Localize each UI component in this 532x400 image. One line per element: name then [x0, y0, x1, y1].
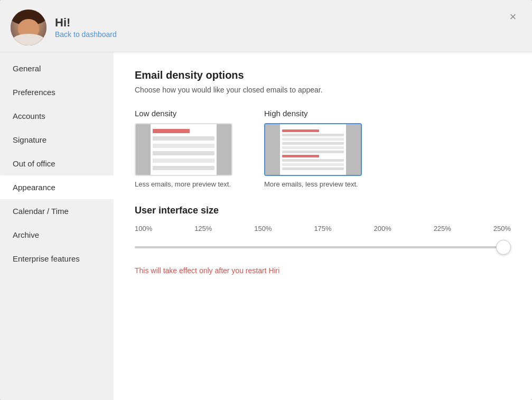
preview-row	[153, 159, 214, 163]
density-options: Low density Less emails, m	[135, 109, 511, 188]
high-density-option: High density	[264, 109, 362, 188]
modal-header: Hi! Back to dashboard ×	[0, 0, 532, 52]
slider-label-125%: 125%	[194, 225, 212, 232]
preview-row	[282, 146, 344, 149]
header-text: Hi! Back to dashboard	[55, 16, 117, 39]
sidebar-item-out-of-office[interactable]: Out of office	[0, 152, 114, 175]
preview-row	[282, 142, 344, 145]
slider-label-150%: 150%	[254, 225, 272, 232]
low-density-caption: Less emails, more preview text.	[135, 180, 231, 188]
greeting: Hi!	[55, 16, 117, 30]
preview-row	[153, 129, 190, 133]
sidebar-item-enterprise[interactable]: Enterprise features	[0, 247, 114, 271]
section-title: Email density options	[135, 69, 511, 81]
slider-track[interactable]	[135, 246, 511, 248]
low-density-preview[interactable]	[135, 123, 232, 176]
sidebar-item-accounts[interactable]: Accounts	[0, 104, 114, 128]
sidebar-item-archive[interactable]: Archive	[0, 223, 114, 247]
preview-row	[282, 168, 344, 170]
slider-thumb[interactable]	[496, 240, 511, 255]
preview-row	[282, 155, 319, 157]
slider-label-100%: 100%	[135, 225, 152, 232]
preview-center-low	[151, 124, 217, 175]
preview-row	[153, 166, 214, 170]
low-density-label: Low density	[135, 109, 176, 118]
preview-left-bar	[265, 124, 280, 175]
ui-size-section: User interface size 100%125%150%175%200%…	[135, 205, 511, 275]
avatar	[11, 10, 46, 45]
high-density-preview[interactable]	[264, 123, 362, 176]
sidebar-item-signature[interactable]: Signature	[0, 128, 114, 152]
preview-row	[153, 144, 214, 148]
close-button[interactable]: ×	[505, 8, 521, 25]
preview-center-high	[280, 124, 346, 175]
preview-row	[282, 129, 319, 132]
high-density-label: High density	[264, 109, 308, 118]
preview-row	[282, 138, 344, 141]
low-density-option: Low density Less emails, m	[135, 109, 232, 188]
modal-body: GeneralPreferencesAccountsSignatureOut o…	[0, 52, 532, 400]
preview-right-bar	[346, 124, 361, 175]
preview-row	[282, 134, 344, 136]
preview-row	[282, 159, 344, 162]
sidebar-item-general[interactable]: General	[0, 57, 114, 80]
settings-modal: Hi! Back to dashboard × GeneralPreferenc…	[0, 0, 532, 400]
sidebar: GeneralPreferencesAccountsSignatureOut o…	[0, 52, 114, 400]
preview-row	[282, 163, 344, 166]
main-content: Email density options Choose how you wou…	[114, 52, 532, 400]
preview-row	[282, 151, 344, 153]
slider-label-250%: 250%	[493, 225, 511, 232]
restart-note: This will take effect only after you res…	[135, 266, 511, 275]
back-to-dashboard-link[interactable]: Back to dashboard	[55, 30, 117, 39]
preview-left-bar	[136, 124, 151, 175]
high-density-caption: More emails, less preview text.	[264, 180, 358, 188]
sidebar-item-preferences[interactable]: Preferences	[0, 80, 114, 104]
slider-label-200%: 200%	[374, 225, 391, 232]
slider-label-225%: 225%	[434, 225, 451, 232]
slider-label-175%: 175%	[314, 225, 331, 232]
sidebar-item-calendar-time[interactable]: Calendar / Time	[0, 199, 114, 223]
slider-labels: 100%125%150%175%200%225%250%	[135, 225, 511, 232]
preview-row	[153, 151, 214, 155]
preview-right-bar	[217, 124, 231, 175]
preview-row	[153, 136, 214, 141]
ui-size-title: User interface size	[135, 205, 511, 216]
section-subtitle: Choose how you would like your closed em…	[135, 86, 511, 94]
sidebar-item-appearance[interactable]: Appearance	[0, 175, 114, 199]
slider-container	[135, 237, 511, 258]
